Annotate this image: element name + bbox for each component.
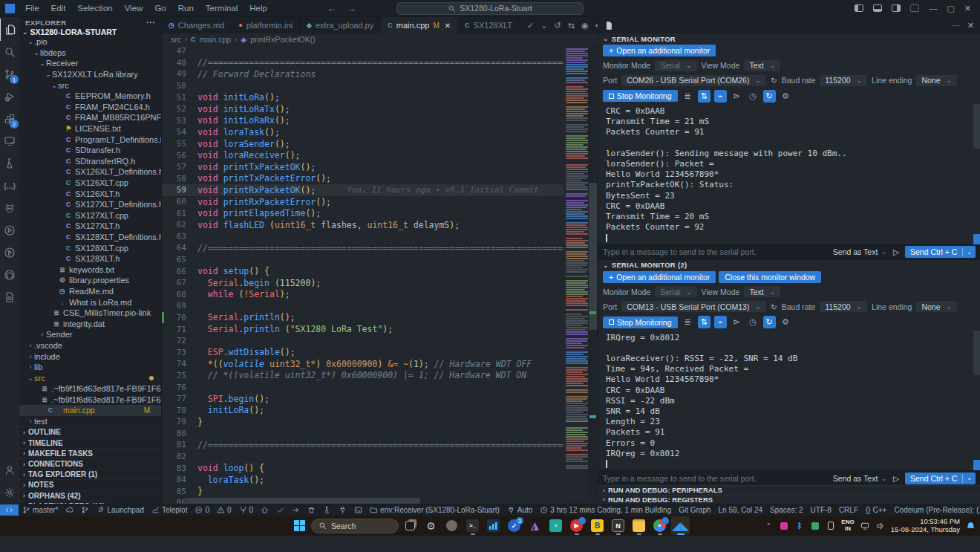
- tree-file[interactable]: CFRAM_MB85RC16PNF.h: [19, 112, 161, 123]
- serial-output[interactable]: IRQreg = 0x8012 loraReceiver(): RSSI = -…: [598, 331, 980, 471]
- tab-extra-upload-py[interactable]: ◆extra_upload.py: [300, 17, 381, 33]
- tray-clock[interactable]: 10:53:46 PM15-08-2024, Thursday: [891, 518, 960, 533]
- breadcrumb[interactable]: src›Cmain.cpp›◈printRxPacketOK(): [162, 33, 598, 45]
- close-button[interactable]: ✕: [964, 4, 971, 13]
- tree-file[interactable]: CProgramLT_Definitions.h: [19, 134, 161, 145]
- activity-source-control-icon[interactable]: 1: [0, 63, 19, 85]
- activity-snippets-icon[interactable]: {...}: [0, 175, 19, 197]
- output-scrollbar[interactable]: [973, 104, 980, 149]
- taskbar-vscode-icon[interactable]: ◢◣: [671, 516, 690, 535]
- taskbar-bitwarden-icon[interactable]: B: [588, 516, 607, 535]
- tree-file[interactable]: ◷ReadMe.md: [19, 286, 161, 297]
- attach-icon[interactable]: ⌁: [714, 316, 727, 328]
- activity-tools-icon[interactable]: [0, 241, 19, 264]
- chevron-down-icon[interactable]: ⌄: [963, 475, 976, 481]
- terminal-icon[interactable]: ⊳: [731, 316, 743, 328]
- section-run-and-debug-registers[interactable]: ›RUN AND DEBUG: REGISTERS: [598, 495, 980, 504]
- tree-folder[interactable]: ›include: [19, 351, 161, 362]
- status-pio-serial-monitor[interactable]: [335, 504, 350, 516]
- activity-run-and-debug-icon[interactable]: [0, 85, 19, 108]
- send-button[interactable]: Send Ctrl + C⌄: [905, 473, 976, 484]
- status-serial-port-auto[interactable]: Auto: [503, 504, 537, 516]
- taskbar-settings-icon[interactable]: ⚙: [422, 516, 440, 535]
- tree-folder[interactable]: ›.vscode: [19, 340, 161, 351]
- taskbar-todo-icon[interactable]: ✓3: [505, 516, 523, 535]
- breadcrumb-symbol[interactable]: printRxPacketOK(): [250, 35, 316, 44]
- menu-edit[interactable]: Edit: [45, 4, 72, 13]
- taskbar-search[interactable]: Search: [311, 519, 399, 533]
- tree-file[interactable]: Cmain.cppM: [19, 405, 161, 416]
- sidebar-section-connections[interactable]: ›CONNECTIONS: [19, 458, 161, 469]
- status-remote-indicator[interactable]: [0, 504, 19, 516]
- tray-hidden-icons-icon[interactable]: ⌃: [763, 521, 774, 531]
- view-mode-select[interactable]: Text⌄: [744, 286, 780, 297]
- status-cursor-position[interactable]: Ln 59, Col 24: [715, 504, 767, 516]
- status-git-branch[interactable]: master*: [19, 504, 62, 516]
- status-serial-ports[interactable]: 0: [235, 504, 258, 516]
- tree-folder[interactable]: ⌄SX12XXLT LoRa library: [19, 69, 161, 80]
- timestamp-icon[interactable]: ◷: [747, 90, 760, 103]
- activity-extensions-icon[interactable]: 2: [0, 108, 19, 130]
- status-time-tracker[interactable]: 3 hrs 12 mins Coding, 1 min Building: [536, 504, 675, 516]
- status-language-mode[interactable]: {} C++: [862, 504, 890, 516]
- status-codeium-status[interactable]: Codeium (Pre-Release): {...}: [890, 504, 980, 516]
- taskbar-yt-music-icon[interactable]: ▶: [567, 516, 586, 535]
- attach-icon[interactable]: ⌁: [714, 90, 727, 103]
- tree-file[interactable]: ⚑LICENSE.txt: [19, 123, 161, 134]
- settings-icon[interactable]: ⚙: [780, 316, 792, 328]
- check-icon[interactable]: ✓: [527, 21, 534, 30]
- sidebar-section-timeline[interactable]: ›TIMELINE: [19, 438, 161, 448]
- status-pio-clean[interactable]: [304, 504, 319, 516]
- taskbar-task-view-icon[interactable]: [401, 516, 419, 535]
- chevron-down-icon[interactable]: ⌄: [963, 249, 976, 256]
- menu-help[interactable]: Help: [244, 4, 273, 13]
- taskbar-terminal-icon[interactable]: >_: [463, 516, 482, 535]
- tree-folder[interactable]: ⌄Receiver: [19, 58, 161, 69]
- serial-message-input[interactable]: Type in a message to send to the serial …: [603, 247, 827, 256]
- tree-folder[interactable]: ⌄src: [19, 372, 161, 383]
- taskbar-file-explorer-icon[interactable]: [630, 516, 648, 535]
- tree-file[interactable]: ≣integrity.dat: [19, 318, 161, 329]
- tree-file[interactable]: ↓What is LoRa.md: [19, 296, 161, 308]
- editor-scrollbar[interactable]: [588, 45, 598, 498]
- baud-rate-select[interactable]: 115200⌄: [820, 301, 867, 312]
- panel-doc-icon[interactable]: [604, 21, 614, 30]
- view-mode-select[interactable]: Text⌄: [744, 60, 780, 71]
- activity-search-icon[interactable]: [0, 41, 19, 63]
- send-icon[interactable]: ▷: [893, 474, 899, 483]
- clear-output-icon[interactable]: ≣: [682, 90, 694, 103]
- tray-notification-bell-icon[interactable]: [965, 521, 976, 531]
- autoscroll-icon[interactable]: ↻: [763, 90, 776, 103]
- status-publish-changes[interactable]: [62, 504, 77, 516]
- send-as-select[interactable]: Send as Text ⌄: [833, 474, 887, 483]
- status-indentation[interactable]: Spaces: 2: [766, 504, 806, 516]
- tree-file[interactable]: CSDtransferIRQ.h: [19, 156, 161, 167]
- send-button[interactable]: Send Ctrl + C⌄: [905, 246, 976, 258]
- compare-changes-icon[interactable]: ⇆: [568, 21, 575, 30]
- tree-file[interactable]: CEEPROM_Memory.h: [19, 91, 161, 102]
- taskbar-chrome-icon[interactable]: [650, 516, 669, 535]
- tree-file[interactable]: CSDtransfer.h: [19, 145, 161, 156]
- tab-sx128xlt[interactable]: CSX128XLT: [458, 17, 520, 33]
- terminal-icon[interactable]: ⊳: [731, 90, 743, 103]
- plot-icon[interactable]: ⇅: [698, 316, 710, 328]
- serial-output[interactable]: CRC = 0xDAAB Transmit Time = 21 mS Packe…: [598, 104, 980, 244]
- monitor-mode-select[interactable]: Serial⌄: [655, 286, 696, 297]
- plot-icon[interactable]: ⇅: [698, 90, 710, 103]
- activity-accounts-icon[interactable]: [0, 459, 19, 481]
- minimize-button[interactable]: —: [929, 4, 937, 13]
- tree-file[interactable]: CSX127XLT.h: [19, 221, 161, 232]
- monitor-mode-select[interactable]: Serial⌄: [655, 60, 696, 71]
- serial-message-input[interactable]: Type in a message to send to the serial …: [603, 474, 827, 483]
- nav-back-icon[interactable]: ←: [327, 3, 336, 14]
- activity-serial-plotter-icon[interactable]: [0, 219, 19, 241]
- explorer-more-actions-icon[interactable]: ⋯: [146, 17, 155, 27]
- tray-bluetooth-icon[interactable]: ᛒ: [794, 521, 805, 531]
- tree-file[interactable]: CSX128XLT_Definitions.h: [19, 232, 161, 243]
- baud-rate-select[interactable]: 115200⌄: [820, 75, 867, 86]
- pin-icon[interactable]: ◉: [581, 21, 589, 30]
- code-editor[interactable]: 4748//==================================…: [162, 45, 598, 504]
- nav-forward-icon[interactable]: →: [347, 3, 356, 14]
- editor-horizontal-scrollbar[interactable]: [186, 498, 564, 504]
- autoscroll-icon[interactable]: ↻: [763, 316, 776, 328]
